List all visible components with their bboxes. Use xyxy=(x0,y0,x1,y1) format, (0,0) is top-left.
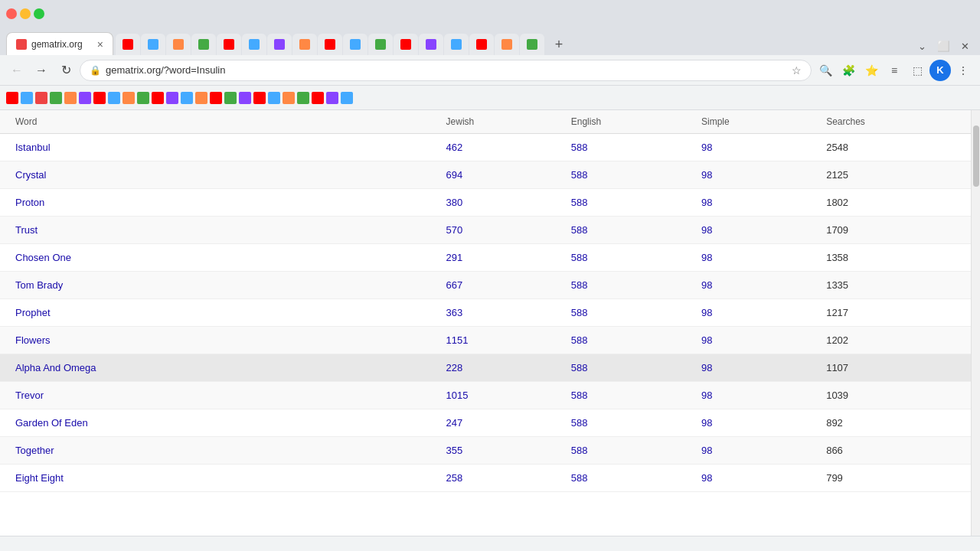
simple-link[interactable]: 98 xyxy=(701,279,712,291)
english-link[interactable]: 588 xyxy=(571,252,588,263)
bookmark-icon[interactable] xyxy=(181,92,193,104)
browser-close-button[interactable]: ✕ xyxy=(956,37,974,55)
english-link[interactable]: 588 xyxy=(571,390,588,401)
word-link[interactable]: Eight Eight xyxy=(15,472,64,484)
bookmark-icon[interactable] xyxy=(93,92,106,104)
tab-item[interactable] xyxy=(217,34,241,55)
tab-item[interactable] xyxy=(394,34,418,55)
word-link[interactable]: Tom Brady xyxy=(15,279,63,291)
tab-item[interactable] xyxy=(292,34,317,55)
new-tab-button[interactable]: + xyxy=(548,34,570,55)
bookmark-icon[interactable] xyxy=(341,92,353,104)
extensions-button[interactable]: 🧩 xyxy=(838,60,859,81)
word-link[interactable]: Istanbul xyxy=(15,142,51,153)
simple-link[interactable]: 98 xyxy=(701,307,712,318)
jewish-link[interactable]: 228 xyxy=(446,362,463,373)
tab-item[interactable] xyxy=(141,34,165,55)
simple-link[interactable]: 98 xyxy=(701,472,712,484)
jewish-link[interactable]: 667 xyxy=(446,279,463,291)
english-link[interactable]: 588 xyxy=(571,334,588,346)
bookmark-icon[interactable] xyxy=(312,92,324,104)
back-button[interactable]: ← xyxy=(6,60,28,81)
english-link[interactable]: 588 xyxy=(571,142,588,153)
bookmark-icon[interactable] xyxy=(122,92,135,104)
maximize-button[interactable] xyxy=(34,8,44,19)
bookmark-icon[interactable] xyxy=(64,92,77,104)
tab-item[interactable] xyxy=(368,34,393,55)
tab-search-button[interactable]: ≡ xyxy=(884,60,905,81)
english-link[interactable]: 588 xyxy=(571,197,588,208)
bookmark-icon[interactable] xyxy=(239,92,251,104)
tab-item[interactable] xyxy=(191,34,216,55)
word-link[interactable]: Prophet xyxy=(15,307,51,318)
simple-link[interactable]: 98 xyxy=(701,362,712,373)
word-link[interactable]: Garden Of Eden xyxy=(15,417,88,429)
menu-button[interactable]: ⋮ xyxy=(952,60,974,81)
jewish-link[interactable]: 355 xyxy=(446,445,463,456)
bookmark-icon[interactable] xyxy=(326,92,338,104)
bookmark-icon[interactable] xyxy=(210,92,222,104)
bookmark-icon[interactable] xyxy=(21,92,33,104)
simple-link[interactable]: 98 xyxy=(701,334,712,346)
jewish-link[interactable]: 1151 xyxy=(446,334,469,346)
jewish-link[interactable]: 380 xyxy=(446,197,463,208)
tab-item[interactable] xyxy=(116,34,140,55)
bookmark-button[interactable]: ⭐ xyxy=(861,60,882,81)
scrollbar-thumb[interactable] xyxy=(973,126,979,187)
english-link[interactable]: 588 xyxy=(571,224,588,236)
jewish-link[interactable]: 247 xyxy=(446,417,463,429)
tab-item[interactable] xyxy=(469,34,494,55)
word-link[interactable]: Chosen One xyxy=(15,252,71,263)
bookmark-icon[interactable] xyxy=(253,92,266,104)
tab-item[interactable] xyxy=(444,34,469,55)
address-bar[interactable]: 🔒 gematrix.org/?word=Insulin ☆ xyxy=(80,60,812,81)
close-button[interactable] xyxy=(6,8,17,19)
tab-item[interactable] xyxy=(318,34,342,55)
bookmark-icon[interactable] xyxy=(268,92,280,104)
jewish-link[interactable]: 1015 xyxy=(446,390,469,401)
simple-link[interactable]: 98 xyxy=(701,417,712,429)
bookmark-icon[interactable] xyxy=(137,92,149,104)
word-link[interactable]: Proton xyxy=(15,197,44,208)
tab-list-button[interactable]: ⌄ xyxy=(913,37,931,55)
english-link[interactable]: 588 xyxy=(571,445,588,456)
bookmark-icon[interactable] xyxy=(283,92,295,104)
bookmark-icon[interactable] xyxy=(195,92,207,104)
tab-item[interactable] xyxy=(267,34,292,55)
jewish-link[interactable]: 258 xyxy=(446,472,463,484)
tab-item[interactable] xyxy=(242,34,266,55)
bookmark-icon[interactable] xyxy=(108,92,120,104)
english-link[interactable]: 588 xyxy=(571,472,588,484)
simple-link[interactable]: 98 xyxy=(701,169,712,181)
word-link[interactable]: Crystal xyxy=(15,169,46,181)
simple-link[interactable]: 98 xyxy=(701,445,712,456)
bookmark-icon[interactable] xyxy=(6,92,18,104)
simple-link[interactable]: 98 xyxy=(701,142,712,153)
simple-link[interactable]: 98 xyxy=(701,224,712,236)
reload-button[interactable]: ↻ xyxy=(55,60,77,81)
bookmark-icon[interactable] xyxy=(35,92,47,104)
simple-link[interactable]: 98 xyxy=(701,252,712,263)
bookmark-icon[interactable] xyxy=(297,92,309,104)
english-link[interactable]: 588 xyxy=(571,417,588,429)
word-link[interactable]: Trevor xyxy=(15,390,44,401)
word-link[interactable]: Alpha And Omega xyxy=(15,362,96,373)
simple-link[interactable]: 98 xyxy=(701,390,712,401)
tab-item[interactable] xyxy=(495,34,519,55)
jewish-link[interactable]: 363 xyxy=(446,307,463,318)
jewish-link[interactable]: 570 xyxy=(446,224,463,236)
word-link[interactable]: Together xyxy=(15,445,54,456)
english-link[interactable]: 588 xyxy=(571,307,588,318)
jewish-link[interactable]: 291 xyxy=(446,252,463,263)
search-icon-btn[interactable]: 🔍 xyxy=(815,60,836,81)
english-link[interactable]: 588 xyxy=(571,279,588,291)
jewish-link[interactable]: 462 xyxy=(446,142,463,153)
word-link[interactable]: Trust xyxy=(15,224,38,236)
bookmark-icon[interactable] xyxy=(152,92,164,104)
star-icon[interactable]: ☆ xyxy=(792,64,802,77)
tab-item[interactable] xyxy=(419,34,443,55)
english-link[interactable]: 588 xyxy=(571,362,588,373)
tab-item[interactable] xyxy=(343,34,368,55)
jewish-link[interactable]: 694 xyxy=(446,169,463,181)
tab-item[interactable] xyxy=(520,34,544,55)
